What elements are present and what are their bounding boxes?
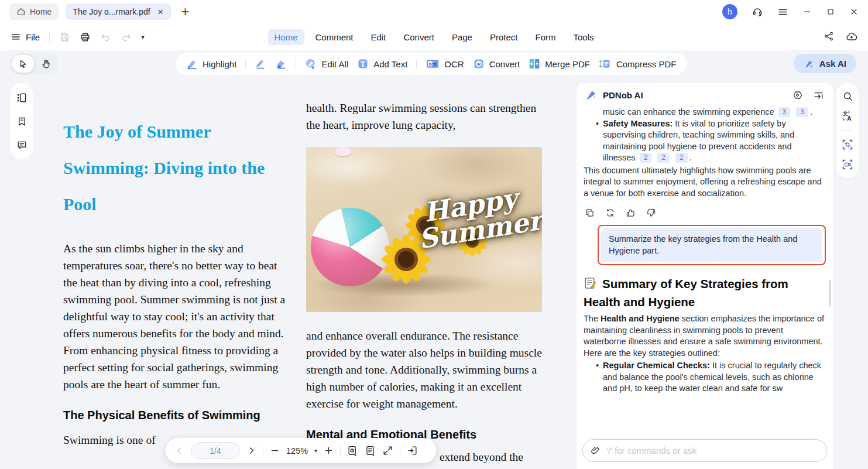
tab-edit[interactable]: Edit [365, 29, 393, 45]
content-area: The Joy of Summer Swimming: Diving into … [0, 77, 868, 469]
window-titlebar: Home The Joy o...rmark.pdf ✕ + h [0, 0, 868, 23]
zoom-out-icon[interactable] [270, 446, 280, 456]
zoom-caret-icon[interactable]: ▾ [314, 447, 317, 454]
tab-convert[interactable]: Convert [397, 29, 441, 45]
tab-page[interactable]: Page [445, 29, 479, 45]
ai-panel-title: PDNob AI [603, 90, 643, 100]
merge-pdf-icon [529, 58, 540, 70]
support-headset-icon[interactable] [752, 6, 763, 18]
eraser-tool[interactable] [275, 58, 287, 70]
minimize-button[interactable] [802, 7, 812, 16]
close-button[interactable] [849, 7, 859, 16]
screenshot-crop-icon[interactable] [842, 139, 853, 150]
avatar[interactable]: h [722, 4, 737, 19]
ai-command-input[interactable] [606, 446, 819, 456]
squiggly-underline-tool[interactable] [255, 58, 266, 70]
comment-panel-icon[interactable] [16, 139, 28, 150]
print-icon[interactable] [80, 32, 91, 43]
ai-input-box [582, 439, 827, 462]
squiggly-pen-icon [255, 58, 266, 70]
tab-home[interactable]: Home [267, 29, 304, 45]
add-text-icon [357, 58, 369, 70]
file-menu-label: File [26, 32, 40, 42]
zoom-in-icon[interactable] [324, 446, 334, 456]
memo-icon [584, 276, 597, 290]
page-indicator-input[interactable]: 1/4 [191, 442, 240, 459]
caret-down-icon[interactable]: ▾ [141, 33, 145, 41]
eraser-icon [275, 58, 287, 70]
redo-icon[interactable] [121, 32, 132, 43]
ai-settings-icon[interactable] [792, 90, 803, 101]
tab-comment[interactable]: Comment [308, 29, 359, 45]
main-menu-icon[interactable] [777, 6, 788, 18]
ask-ai-button[interactable]: Ask AI [794, 54, 856, 73]
divider [400, 446, 400, 456]
thumbnails-panel-icon[interactable] [16, 92, 28, 104]
save-icon[interactable] [59, 32, 70, 43]
app-window: Home The Joy o...rmark.pdf ✕ + h File [0, 0, 868, 469]
ai-answer-intro: The Health and Hygiene section emphasize… [584, 313, 826, 359]
citation-badge[interactable]: 2 [640, 153, 652, 163]
next-page-icon[interactable] [246, 446, 256, 456]
attach-paperclip-icon[interactable] [591, 446, 601, 456]
ai-bullet-safety: • Safety Measures: It is vital to priori… [584, 118, 826, 164]
panel-scrollbar[interactable] [829, 280, 831, 307]
tab-protect[interactable]: Protect [483, 29, 524, 45]
fullscreen-icon[interactable] [382, 445, 393, 456]
ai-text-bold: Health and Hygiene [601, 314, 680, 323]
citation-badge[interactable]: 3 [778, 107, 791, 117]
document-tab[interactable]: The Joy o...rmark.pdf ✕ [66, 4, 170, 20]
happy-summer-text: Happy Summer [402, 182, 542, 254]
ai-text: . [810, 107, 812, 117]
cloud-sync-icon[interactable] [846, 31, 857, 43]
new-tab-button[interactable]: + [181, 4, 190, 20]
edit-all-button[interactable]: Edit All [305, 58, 348, 70]
home-button[interactable]: Home [9, 4, 59, 20]
ai-panel-header: PDNob AI [577, 83, 833, 107]
translate-icon[interactable]: 文A [842, 110, 853, 122]
svg-text:A: A [847, 115, 851, 122]
convert-button[interactable]: w Convert [473, 58, 520, 70]
ai-sparkle-icon [804, 59, 814, 69]
reading-mode-icon[interactable] [365, 445, 376, 456]
maximize-button[interactable] [826, 7, 835, 16]
merge-pdf-button[interactable]: Merge PDF [529, 58, 590, 70]
ai-bullet-bold: Safety Measures: [603, 119, 673, 128]
file-menu-button[interactable]: File [11, 32, 40, 42]
copy-icon[interactable] [585, 208, 595, 218]
search-icon[interactable] [842, 91, 853, 102]
highlight-button[interactable]: Highlight [186, 58, 236, 70]
share-icon[interactable] [824, 31, 834, 43]
divider [296, 59, 296, 69]
select-cursor-tool[interactable] [12, 55, 34, 73]
regenerate-icon[interactable] [605, 208, 615, 218]
undo-icon[interactable] [100, 32, 111, 43]
screen-record-icon[interactable] [842, 159, 853, 170]
divider [263, 446, 263, 456]
collapse-panel-icon[interactable] [813, 90, 824, 101]
bullet-dot: • [596, 360, 603, 395]
citation-badge[interactable]: 2 [675, 153, 688, 163]
side-panel-toggle-icon[interactable] [407, 445, 418, 456]
page-view-mode-icon[interactable] [347, 445, 358, 456]
tab-close-icon[interactable]: ✕ [157, 8, 164, 16]
previous-page-icon[interactable] [174, 446, 184, 456]
ocr-button[interactable]: OCR OCR [426, 58, 464, 70]
add-text-button[interactable]: Add Text [357, 58, 407, 70]
ai-answer-heading-text: Summary of Key Strategies from Health an… [584, 277, 788, 309]
user-prompt-bubble[interactable]: Summarize the key strategies from the He… [601, 228, 822, 262]
tab-form[interactable]: Form [529, 29, 562, 45]
zoom-level[interactable]: 125% [286, 446, 308, 456]
citation-badge[interactable]: 2 [657, 153, 670, 163]
convert-label: Convert [489, 59, 520, 69]
thumbs-down-icon[interactable] [646, 208, 656, 218]
divider [340, 446, 341, 456]
bookmark-panel-icon[interactable] [16, 116, 28, 127]
citation-badge[interactable]: 3 [796, 107, 808, 117]
compress-pdf-button[interactable]: Compress PDF [599, 58, 677, 70]
hand-tool[interactable] [35, 55, 57, 73]
thumbs-up-icon[interactable] [626, 208, 636, 218]
tab-tools[interactable]: Tools [567, 29, 600, 45]
document-heading-physical: The Physical Benefits of Swimming [63, 409, 294, 422]
right-sidebar: 文A [836, 83, 859, 178]
